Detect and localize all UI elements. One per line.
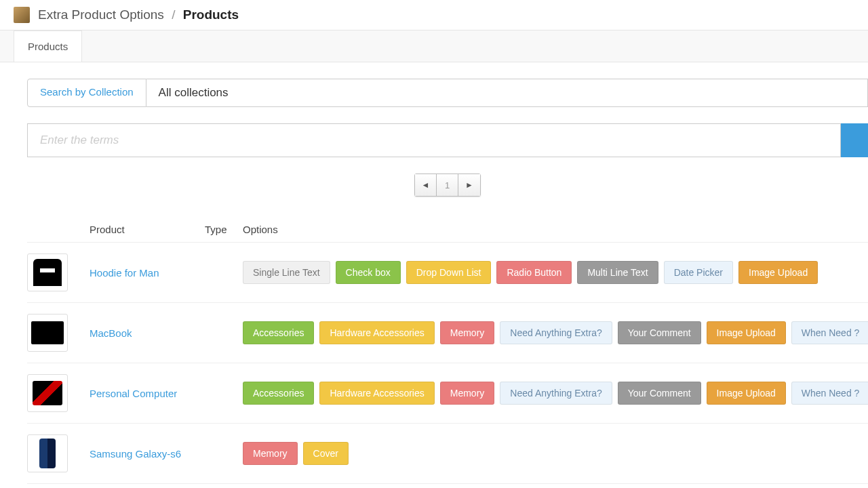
breadcrumb: Extra Product Options / Products — [38, 7, 239, 22]
option-badge[interactable]: Memory — [440, 382, 495, 405]
collection-select[interactable]: All collections — [146, 79, 868, 107]
option-badge[interactable]: Date Picker — [664, 261, 733, 284]
option-badge[interactable]: Check box — [336, 261, 401, 284]
option-badge[interactable]: Your Comment — [618, 382, 701, 405]
pagination-box: ◄ 1 ► — [414, 174, 481, 197]
pagination-page: 1 — [437, 174, 458, 196]
option-badge[interactable]: Image Upload — [707, 321, 786, 344]
pagination: ◄ 1 ► — [27, 174, 868, 197]
product-thumbnail[interactable] — [27, 374, 68, 412]
table-body: Hoodie for ManSingle Line TextCheck boxD… — [27, 243, 868, 488]
table-row: Sony CameraLenseCoverMemoryNeed Anything… — [27, 484, 868, 488]
product-thumbnail[interactable] — [27, 253, 68, 291]
option-badge[interactable]: Cover — [303, 442, 349, 465]
option-badge[interactable]: Need Anything Extra? — [500, 321, 612, 344]
col-thumbnail — [27, 224, 90, 235]
collection-filter: Search by Collection All collections — [27, 79, 868, 107]
pagination-prev[interactable]: ◄ — [415, 174, 437, 196]
option-badge[interactable]: Accessories — [243, 382, 314, 405]
table-row: Samsung Galaxy-s6MemoryCover — [27, 424, 868, 484]
product-name-link[interactable]: MacBook — [90, 327, 205, 339]
option-badge[interactable]: Drop Down List — [406, 261, 492, 284]
product-thumbnail-icon — [39, 439, 56, 468]
option-badge[interactable]: Hardware Accessories — [319, 382, 434, 405]
breadcrumb-current: Products — [183, 7, 239, 22]
product-options: MemoryCover — [243, 442, 868, 465]
option-badge[interactable]: Accessories — [243, 321, 314, 344]
option-badge[interactable]: Single Line Text — [243, 261, 330, 284]
search-row — [27, 123, 868, 157]
product-options: AccessoriesHardware AccessoriesMemoryNee… — [243, 321, 868, 344]
product-thumbnail-icon — [33, 259, 62, 286]
table-header: Product Type Options — [27, 217, 868, 243]
col-type: Type — [205, 224, 243, 235]
option-badge[interactable]: Memory — [243, 442, 298, 465]
breadcrumb-parent[interactable]: Extra Product Options — [38, 7, 164, 22]
option-badge[interactable]: Need Anything Extra? — [500, 382, 612, 405]
pagination-next[interactable]: ► — [458, 174, 480, 196]
search-input[interactable] — [27, 123, 841, 157]
product-options: AccessoriesHardware AccessoriesMemoryNee… — [243, 382, 868, 405]
breadcrumb-separator: / — [172, 7, 175, 22]
product-name-link[interactable]: Samsung Galaxy-s6 — [90, 448, 205, 460]
product-name-link[interactable]: Hoodie for Man — [90, 267, 205, 279]
product-thumbnail[interactable] — [27, 314, 68, 352]
option-badge[interactable]: Image Upload — [707, 382, 786, 405]
product-name-link[interactable]: Personal Computer — [90, 388, 205, 399]
option-badge[interactable]: Multi Line Text — [577, 261, 658, 284]
option-badge[interactable]: Hardware Accessories — [319, 321, 434, 344]
col-product: Product — [90, 224, 205, 235]
option-badge[interactable]: When Need ? — [791, 321, 868, 344]
product-options: Single Line TextCheck boxDrop Down ListR… — [243, 261, 868, 284]
search-button[interactable] — [841, 123, 868, 157]
content: Search by Collection All collections ◄ 1… — [0, 62, 868, 488]
table-row: Personal ComputerAccessoriesHardware Acc… — [27, 363, 868, 424]
tab-products[interactable]: Products — [14, 30, 82, 62]
tabs: Products — [0, 30, 868, 62]
table-row: MacBookAccessoriesHardware AccessoriesMe… — [27, 303, 868, 363]
app-logo — [14, 7, 30, 23]
header: Extra Product Options / Products — [0, 0, 868, 30]
option-badge[interactable]: When Need ? — [791, 382, 868, 405]
option-badge[interactable]: Your Comment — [618, 321, 701, 344]
collection-filter-label[interactable]: Search by Collection — [27, 79, 146, 107]
option-badge[interactable]: Image Upload — [738, 261, 818, 284]
col-options: Options — [243, 224, 868, 235]
product-thumbnail[interactable] — [27, 434, 68, 472]
table-row: Hoodie for ManSingle Line TextCheck boxD… — [27, 243, 868, 303]
product-thumbnail-icon — [31, 321, 64, 344]
option-badge[interactable]: Radio Button — [496, 261, 572, 284]
option-badge[interactable]: Memory — [440, 321, 495, 344]
product-thumbnail-icon — [33, 381, 62, 405]
